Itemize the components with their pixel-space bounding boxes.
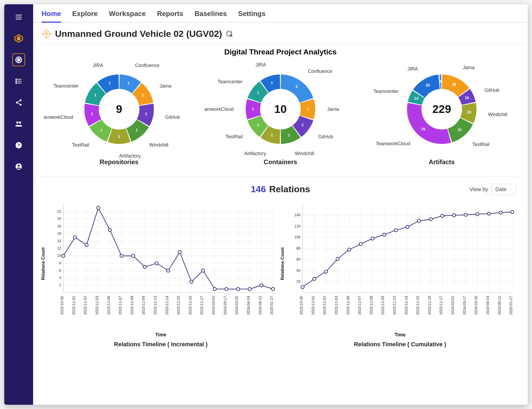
list-icon[interactable] [12, 75, 25, 88]
svg-line-34 [44, 36, 45, 37]
x-axis-label: Time [155, 332, 166, 338]
svg-text:100: 100 [294, 235, 300, 239]
data-point[interactable] [73, 236, 77, 239]
data-point[interactable] [132, 254, 135, 257]
svg-text:140: 140 [294, 213, 300, 217]
data-point[interactable] [225, 288, 228, 291]
donut-segment-label: GitHub [165, 115, 180, 120]
svg-text:1: 1 [145, 112, 147, 116]
data-point[interactable] [97, 206, 100, 210]
data-point[interactable] [85, 243, 88, 246]
view-by-control: View by Date [470, 184, 516, 195]
svg-point-38 [50, 33, 50, 34]
donut-row: 111111111 9ConfluenceJamaGitHubWindchill… [40, 58, 521, 166]
x-axis-label: Time [394, 332, 406, 338]
svg-point-18 [16, 102, 18, 104]
data-point[interactable] [301, 286, 304, 289]
svg-text:2023-11-13: 2023-11-13 [153, 296, 157, 315]
data-point[interactable] [487, 212, 491, 215]
menu-icon[interactable] [12, 11, 25, 23]
svg-text:60: 60 [296, 257, 301, 261]
data-point[interactable] [429, 218, 432, 221]
svg-point-37 [42, 33, 43, 34]
svg-line-32 [48, 36, 49, 37]
help-icon[interactable]: ? [12, 139, 25, 152]
data-point[interactable] [406, 225, 409, 229]
svg-point-15 [16, 81, 17, 82]
data-point[interactable] [143, 265, 146, 269]
tab-workspace[interactable]: Workspace [109, 10, 146, 22]
data-point[interactable] [371, 237, 374, 240]
data-point[interactable] [120, 254, 123, 257]
svg-point-17 [20, 99, 22, 101]
data-point[interactable] [178, 251, 181, 254]
data-point[interactable] [62, 254, 65, 257]
data-point[interactable] [202, 269, 205, 272]
data-point[interactable] [499, 211, 502, 214]
chart-card: Relations Count 246810121416182022 2023-… [45, 197, 277, 348]
svg-text:1: 1 [142, 93, 144, 97]
data-point[interactable] [511, 210, 514, 214]
data-point[interactable] [213, 288, 216, 291]
users-icon[interactable] [12, 117, 25, 130]
tab-reports[interactable]: Reports [157, 10, 183, 22]
tab-home[interactable]: Home [42, 10, 61, 23]
svg-text:2025-01-27: 2025-01-27 [509, 296, 513, 315]
view-by-dropdown[interactable]: Date [491, 184, 516, 195]
donut-segment-label: Confluence [308, 69, 332, 74]
donut-card-containers: 211111111 10ConfluenceJamaGitHubWindchil… [201, 58, 360, 166]
svg-text:1: 1 [109, 81, 111, 85]
donut-segment-label: Jama [463, 65, 475, 70]
data-point[interactable] [236, 288, 240, 291]
svg-text:2023-11-13: 2023-11-13 [393, 296, 397, 315]
donut-center-value: 9 [116, 103, 122, 116]
data-point[interactable] [464, 213, 467, 217]
data-point[interactable] [190, 280, 193, 283]
tab-settings[interactable]: Settings [238, 10, 266, 22]
data-point[interactable] [313, 277, 316, 281]
donut-card-artifacts: 341623317514333 229JamaGitHubWindchillTe… [362, 58, 521, 166]
donut-center-value: 229 [432, 103, 451, 116]
divider [40, 176, 521, 176]
svg-text:2024-03-17: 2024-03-17 [223, 296, 227, 315]
donut-segment-label: Confluence [135, 63, 159, 68]
data-point[interactable] [382, 233, 386, 236]
share-icon[interactable] [12, 96, 25, 109]
svg-point-21 [19, 121, 21, 124]
data-point[interactable] [394, 229, 397, 232]
data-point[interactable] [108, 229, 112, 232]
svg-text:2023-11-03: 2023-11-03 [95, 296, 99, 315]
svg-text:2: 2 [296, 84, 298, 89]
relations-panel: 146 Relations View by Date Relations Cou… [33, 181, 528, 356]
data-point[interactable] [271, 288, 275, 291]
data-point[interactable] [359, 242, 362, 246]
data-point[interactable] [476, 213, 479, 216]
data-point[interactable] [324, 270, 327, 273]
donut-segment-label: JIRA [256, 62, 266, 68]
account-icon[interactable] [12, 160, 25, 173]
tab-baselines[interactable]: Baselines [194, 10, 227, 22]
svg-text:2023-11-01: 2023-11-01 [72, 296, 76, 315]
app-logo-icon[interactable]: S [12, 32, 25, 45]
data-point[interactable] [336, 257, 339, 261]
data-point[interactable] [441, 214, 444, 218]
data-point[interactable] [155, 262, 158, 265]
project-hub-icon[interactable] [12, 53, 25, 66]
svg-text:2023-11-01: 2023-11-01 [311, 296, 315, 315]
data-point[interactable] [248, 288, 251, 291]
tab-explore[interactable]: Explore [72, 10, 97, 22]
donut-segment-label: Teamcenter [373, 89, 398, 94]
data-point[interactable] [260, 284, 263, 287]
donut-center-value: 10 [274, 103, 287, 116]
svg-text:2024-06-12: 2024-06-12 [498, 296, 502, 315]
svg-text:2023-11-08: 2023-11-08 [130, 296, 134, 315]
relations-count: 146 [251, 184, 266, 194]
svg-point-14 [16, 79, 17, 80]
refresh-search-icon[interactable] [226, 30, 233, 38]
svg-text:2023-11-08: 2023-11-08 [369, 296, 373, 315]
data-point[interactable] [417, 219, 421, 222]
data-point[interactable] [348, 248, 351, 251]
data-point[interactable] [452, 214, 456, 217]
data-point[interactable] [167, 269, 170, 272]
svg-point-20 [16, 121, 18, 124]
